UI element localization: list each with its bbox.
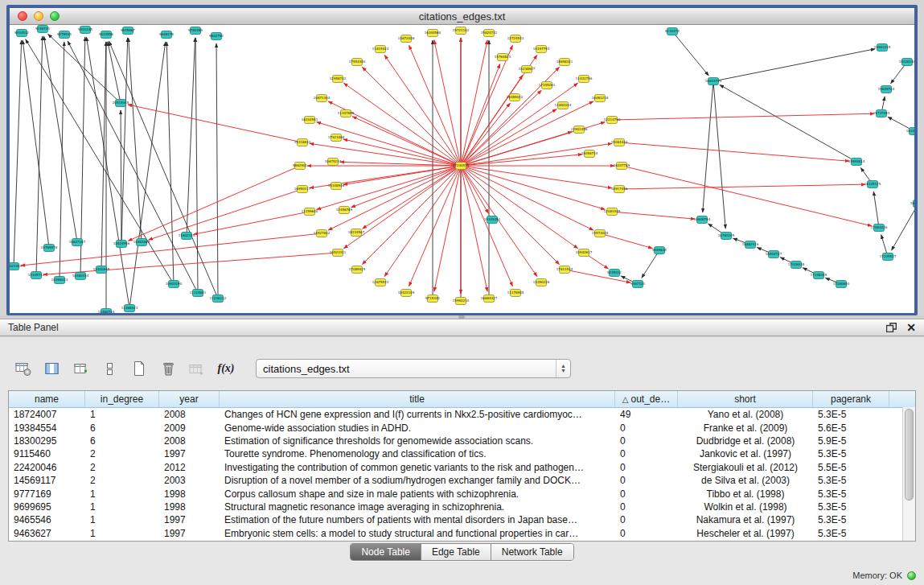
graph-node[interactable]: 14527842 xyxy=(314,230,331,237)
cell-year[interactable]: 2008 xyxy=(159,435,220,447)
graph-node[interactable]: 14390226 xyxy=(533,279,550,286)
cell-title[interactable]: Embryonic stem cells: a model to study s… xyxy=(220,528,615,539)
table-row[interactable]: 2242004622012Investigating the contribut… xyxy=(9,461,915,474)
citation-edge[interactable] xyxy=(713,49,875,81)
close-panel-icon[interactable]: ✕ xyxy=(906,322,916,333)
cell-out-degree[interactable]: 0 xyxy=(615,422,678,434)
delete-table-icon[interactable] xyxy=(156,358,180,379)
graph-node[interactable]: 19961015 xyxy=(874,44,891,51)
column-header-year[interactable]: year xyxy=(159,391,220,407)
graph-node[interactable]: 18422109 xyxy=(398,290,415,297)
cell-pagerank[interactable]: 5.3E-5 xyxy=(813,514,889,525)
cell-name[interactable]: 9115460 xyxy=(9,448,85,459)
graph-node[interactable]: 15318633 xyxy=(294,139,311,146)
citation-edge-red[interactable] xyxy=(619,142,849,161)
minimize-window-button[interactable] xyxy=(34,11,43,21)
graph-node[interactable]: 9245012 xyxy=(607,270,622,277)
graph-node[interactable]: 10942617 xyxy=(576,249,593,257)
graph-node[interactable]: 12958742 xyxy=(330,76,347,83)
cell-out-degree[interactable]: 0 xyxy=(615,448,678,459)
graph-node[interactable]: 17923468 xyxy=(328,134,345,142)
graph-node[interactable]: 18460760 xyxy=(910,200,914,208)
cell-pagerank[interactable]: 5.3E-5 xyxy=(813,448,889,459)
citation-edge[interactable] xyxy=(713,81,725,229)
graph-node[interactable]: 17083226 xyxy=(871,225,888,232)
citation-edge-red[interactable] xyxy=(343,166,461,185)
cell-in-degree[interactable]: 1 xyxy=(85,514,159,525)
graph-node[interactable]: 16684427 xyxy=(481,295,498,303)
tab-network-table[interactable]: Network Table xyxy=(491,544,573,560)
cell-in-degree[interactable]: 1 xyxy=(85,409,159,420)
cell-title[interactable]: Disruption of a novel member of a sodium… xyxy=(220,475,615,486)
cell-year[interactable]: 2003 xyxy=(159,475,220,486)
cell-in-degree[interactable]: 2 xyxy=(85,448,159,459)
cell-out-degree[interactable]: 0 xyxy=(615,514,678,525)
cell-out-degree[interactable]: 0 xyxy=(615,435,678,447)
cell-in-degree[interactable]: 6 xyxy=(85,422,159,434)
cell-short[interactable]: Franke et al. (2009) xyxy=(678,422,813,434)
citation-edge[interactable] xyxy=(703,81,713,212)
graph-node[interactable]: 9862901 xyxy=(293,163,307,170)
graph-node[interactable]: 11815424 xyxy=(372,46,389,53)
graph-node[interactable]: 10023401 xyxy=(10,263,23,270)
cell-short[interactable]: Hescheler et al. (1997) xyxy=(678,528,813,539)
graph-node[interactable]: 10145712 xyxy=(28,272,45,279)
cell-year[interactable]: 2009 xyxy=(159,422,220,434)
citation-edge[interactable] xyxy=(60,42,64,280)
new-column-icon[interactable] xyxy=(69,358,93,379)
graph-node[interactable]: 10197793 xyxy=(533,46,550,53)
cell-title[interactable]: Changes of HCN gene expression and I(f) … xyxy=(220,409,615,420)
graph-node[interactable]: 9715342 xyxy=(425,295,440,303)
citation-edge-red[interactable] xyxy=(340,162,461,166)
graph-node[interactable]: 16950117 xyxy=(294,186,311,193)
graph-node[interactable]: 12675533 xyxy=(372,279,389,286)
scrollbar-thumb[interactable] xyxy=(905,409,914,501)
table-row[interactable]: 946554611997Estimation of the future num… xyxy=(9,513,915,526)
graph-node[interactable]: 10238947 xyxy=(519,66,536,73)
graph-node[interactable]: 11431756 xyxy=(576,76,593,83)
zoom-window-button[interactable] xyxy=(50,11,60,21)
citation-edge-red[interactable] xyxy=(194,212,310,234)
graph-node[interactable]: 10380334 xyxy=(72,273,89,280)
graph-node[interactable]: 12083345 xyxy=(604,208,621,216)
graph-node[interactable]: 14872008 xyxy=(398,35,415,43)
graph-node[interactable]: 10524956 xyxy=(113,241,130,248)
cell-name[interactable]: 19384554 xyxy=(9,422,85,434)
cell-out-degree[interactable]: 49 xyxy=(615,409,678,420)
cell-year[interactable]: 1998 xyxy=(159,488,220,500)
graph-node[interactable]: 19721102 xyxy=(453,27,470,35)
new-table-icon[interactable] xyxy=(127,358,151,379)
cell-year[interactable]: 2008 xyxy=(159,409,220,420)
cell-out-degree[interactable]: 0 xyxy=(615,528,678,539)
citation-edge[interactable] xyxy=(720,84,856,162)
graph-node[interactable]: 16344560 xyxy=(425,30,441,37)
graph-node[interactable]: 11347895 xyxy=(338,110,355,117)
graph-node[interactable]: 17148349 xyxy=(811,272,827,279)
table-selector-dropdown[interactable]: citations_edges.txt ▲▼ xyxy=(256,359,571,378)
graph-node[interactable]: 15573028 xyxy=(592,230,609,237)
graph-node[interactable]: 9802790 xyxy=(209,33,224,40)
citation-edge-red[interactable] xyxy=(619,184,865,189)
cell-in-degree[interactable]: 2 xyxy=(85,462,159,473)
graph-node[interactable]: 18056734 xyxy=(581,150,598,158)
cell-year[interactable]: 2012 xyxy=(159,462,220,473)
graph-node[interactable]: 9423556 xyxy=(99,31,113,39)
cell-short[interactable]: Stergiakouli et al. (2012) xyxy=(678,462,813,473)
table-row[interactable]: 946362711997Embryonic stem cells: a mode… xyxy=(9,527,915,540)
graph-node[interactable]: 15993814 xyxy=(848,159,865,166)
graph-node[interactable]: 16648794 xyxy=(694,216,711,224)
graph-node[interactable]: 9156723 xyxy=(35,26,50,33)
graph-node[interactable]: 9278934 xyxy=(57,31,72,39)
graph-node[interactable]: 10675234 xyxy=(325,159,342,166)
cell-pagerank[interactable]: 5.9E-5 xyxy=(813,435,889,447)
citation-edge-red[interactable] xyxy=(343,139,461,166)
graph-node[interactable]: 12724533 xyxy=(507,35,524,43)
graph-node[interactable]: 19849704 xyxy=(878,86,895,93)
citation-edge[interactable] xyxy=(109,41,218,299)
cell-title[interactable]: Tourette syndrome. Phenomenology and cla… xyxy=(220,448,615,459)
graph-node[interactable]: 20515045 xyxy=(113,100,129,107)
graph-node[interactable]: 18917456 xyxy=(611,186,628,193)
cell-out-degree[interactable]: 0 xyxy=(615,475,678,486)
citation-edge-red[interactable] xyxy=(461,90,541,166)
citation-edge[interactable] xyxy=(121,110,121,244)
